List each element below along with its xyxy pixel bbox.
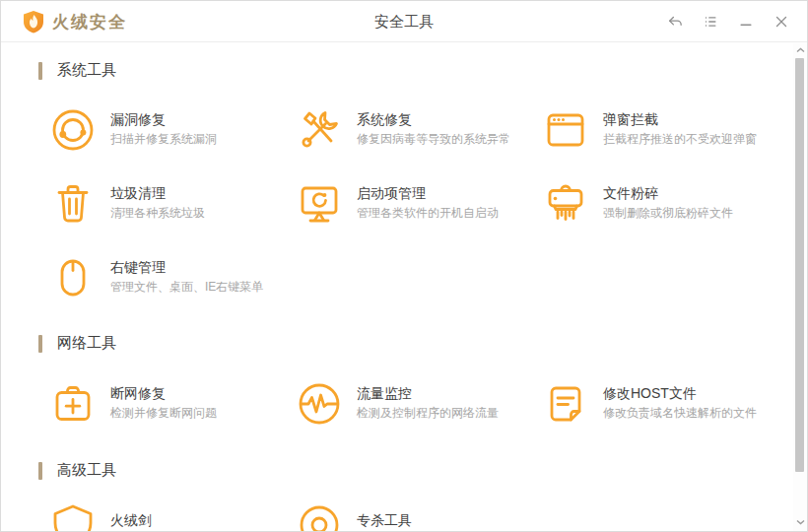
tool-item-popup-block[interactable]: 弹窗拦截 拦截程序推送的不受欢迎弹窗 [541, 105, 787, 155]
tool-name: 断网修复 [110, 386, 217, 401]
tools-page: 系统工具 漏洞修复 扫描并修复系统漏洞 [1, 43, 793, 531]
system-repair-icon [295, 105, 344, 155]
tool-name: 漏洞修复 [110, 112, 217, 127]
junk-clean-icon [48, 179, 98, 229]
section-header-advanced-tools: 高级工具 [38, 460, 793, 481]
huorong-sword-icon [48, 499, 98, 531]
section-header-network-tools: 网络工具 [38, 333, 793, 354]
network-tools-grid: 断网修复 检测并修复断网问题 流量监控 检测及控制程序的网络流量 [48, 379, 793, 429]
tool-desc: 检测并修复断网问题 [110, 407, 217, 420]
tool-name: 修改HOST文件 [603, 386, 757, 401]
system-tools-grid: 漏洞修复 扫描并修复系统漏洞 系统修复 修复因病毒等导致的系统异常 [48, 105, 793, 302]
context-menu-icon [48, 253, 98, 302]
network-repair-icon [48, 379, 98, 429]
menu-icon [702, 13, 719, 31]
tool-desc: 拦截程序推送的不受欢迎弹窗 [603, 133, 757, 146]
tool-desc: 修复因病毒等导致的系统异常 [357, 133, 510, 146]
tool-name: 文件粉碎 [603, 186, 733, 201]
close-button[interactable] [768, 8, 795, 35]
tool-item-network-repair[interactable]: 断网修复 检测并修复断网问题 [48, 379, 295, 429]
traffic-monitor-icon [295, 379, 344, 429]
tool-name: 流量监控 [357, 386, 499, 401]
vulnerability-fix-icon [48, 105, 98, 155]
tool-item-traffic-monitor[interactable]: 流量监控 检测及控制程序的网络流量 [295, 379, 541, 429]
tool-item-host-file[interactable]: 修改HOST文件 修改负责域名快速解析的文件 [541, 379, 787, 429]
section-accent-bar [38, 462, 42, 480]
startup-manager-icon [295, 179, 344, 229]
tool-name: 火绒剑 [110, 513, 152, 528]
section-header-system-tools: 系统工具 [38, 60, 793, 81]
minimize-button[interactable] [732, 8, 760, 35]
tool-name: 启动项管理 [357, 186, 499, 201]
menu-button[interactable] [697, 8, 724, 35]
tool-item-vulnerability-fix[interactable]: 漏洞修复 扫描并修复系统漏洞 [48, 105, 295, 155]
section-accent-bar [38, 62, 42, 80]
file-shredder-icon [541, 179, 590, 229]
tool-desc: 管理各类软件的开机自启动 [357, 207, 499, 220]
tool-name: 垃圾清理 [110, 186, 205, 201]
back-icon [666, 13, 684, 31]
popup-block-icon [541, 105, 590, 155]
tool-item-special-killer[interactable]: 专杀工具 [295, 499, 541, 531]
host-file-icon [541, 379, 590, 429]
tool-name: 专杀工具 [357, 513, 412, 528]
scrollbar-thumb[interactable] [795, 58, 804, 472]
tool-item-startup-manager[interactable]: 启动项管理 管理各类软件的开机自启动 [295, 179, 541, 229]
window-controls [661, 1, 795, 42]
section-label: 网络工具 [57, 334, 116, 353]
tool-desc: 清理各种系统垃圾 [110, 207, 205, 220]
advanced-tools-grid: 火绒剑 专杀工具 [48, 499, 793, 531]
section-label: 系统工具 [57, 61, 116, 80]
tool-desc: 管理文件、桌面、IE右键菜单 [110, 281, 263, 294]
tool-desc: 强制删除或彻底粉碎文件 [603, 207, 733, 220]
scroll-up-arrow-icon[interactable] [793, 43, 807, 57]
tool-item-context-menu[interactable]: 右键管理 管理文件、桌面、IE右键菜单 [48, 253, 295, 302]
vertical-scrollbar [793, 43, 807, 531]
section-label: 高级工具 [57, 461, 116, 480]
tool-desc: 检测及控制程序的网络流量 [357, 407, 499, 420]
tool-name: 弹窗拦截 [603, 112, 757, 127]
tool-item-file-shredder[interactable]: 文件粉碎 强制删除或彻底粉碎文件 [541, 179, 787, 229]
scroll-down-arrow-icon[interactable] [793, 515, 807, 529]
special-killer-icon [295, 499, 344, 531]
tool-name: 右键管理 [110, 260, 263, 275]
back-button[interactable] [661, 8, 689, 35]
tool-name: 系统修复 [357, 112, 510, 127]
app-window: 火绒安全 安全工具 [0, 0, 808, 532]
section-accent-bar [38, 335, 42, 353]
close-icon [773, 13, 790, 31]
minimize-icon [737, 13, 755, 31]
tool-item-huorong-sword[interactable]: 火绒剑 [48, 499, 295, 531]
titlebar: 火绒安全 安全工具 [1, 1, 807, 42]
tool-item-system-repair[interactable]: 系统修复 修复因病毒等导致的系统异常 [295, 105, 541, 155]
tool-desc: 修改负责域名快速解析的文件 [603, 407, 757, 420]
tool-desc: 扫描并修复系统漏洞 [110, 133, 217, 146]
tool-item-junk-clean[interactable]: 垃圾清理 清理各种系统垃圾 [48, 179, 295, 229]
